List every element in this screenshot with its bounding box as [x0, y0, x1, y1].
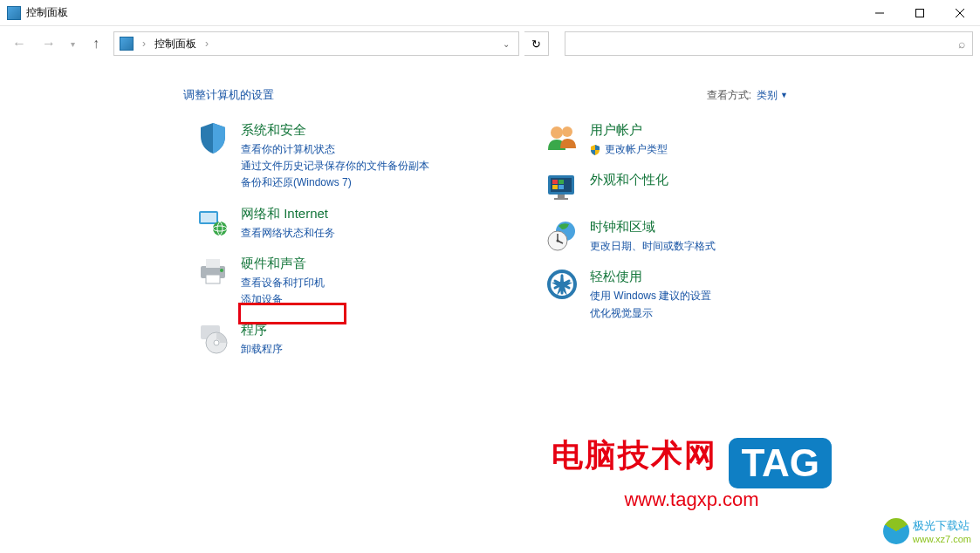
forward-button[interactable]: →	[37, 31, 61, 56]
category-link[interactable]: 优化视觉显示	[590, 305, 711, 322]
watermark-text: 极光下载站	[913, 519, 970, 532]
page-heading: 调整计算机的设置	[183, 87, 274, 103]
svg-point-8	[220, 269, 223, 272]
search-box[interactable]: ⌕	[565, 31, 974, 56]
category-appearance: 外观和个性化	[545, 170, 824, 205]
category-ease-of-access: 轻松使用 使用 Windows 建议的设置 优化视觉显示	[545, 267, 824, 321]
watermark-xz7: 极光下载站 www.xz7.com	[883, 518, 971, 544]
refresh-button[interactable]: ↻	[524, 31, 549, 56]
svg-rect-20	[558, 195, 565, 198]
category-link[interactable]: 通过文件历史记录保存你的文件备份副本	[241, 158, 429, 174]
category-title[interactable]: 程序	[241, 322, 283, 338]
minimize-button[interactable]	[860, 0, 900, 26]
clock-globe-icon	[545, 217, 579, 252]
recent-dropdown[interactable]: ▾	[66, 31, 79, 56]
svg-rect-7	[206, 275, 220, 283]
watermark-url: www.xz7.com	[913, 534, 971, 544]
category-link[interactable]: 使用 Windows 建议的设置	[590, 288, 711, 304]
category-link[interactable]: 备份和还原(Windows 7)	[241, 174, 429, 191]
content-area: 调整计算机的设置 查看方式: 类别 ▼ 系统和安全 查看	[0, 61, 980, 358]
breadcrumb-root[interactable]: 控制面板	[154, 37, 196, 51]
category-title[interactable]: 用户帐户	[590, 122, 668, 139]
category-link[interactable]: 更改日期、时间或数字格式	[590, 238, 716, 255]
titlebar: 控制面板	[0, 0, 980, 26]
control-panel-icon	[7, 6, 21, 20]
category-link[interactable]: 添加设备	[241, 291, 325, 308]
up-button[interactable]: ↑	[84, 31, 108, 56]
watermark-text: 电脑技术网	[552, 437, 717, 473]
category-link[interactable]: 更改帐户类型	[590, 141, 668, 158]
navigation-bar: ← → ▾ ↑ › 控制面板 › ⌄ ↻ ⌕	[0, 26, 980, 61]
back-button[interactable]: ←	[7, 31, 31, 56]
category-title[interactable]: 轻松使用	[590, 269, 711, 285]
svg-point-3	[213, 222, 227, 236]
watermark-tagxp: 电脑技术网 TAG www.tagxp.com	[552, 434, 832, 511]
svg-rect-6	[206, 259, 220, 268]
search-input[interactable]	[572, 38, 959, 50]
chevron-down-icon: ▼	[780, 91, 788, 99]
category-clock-region: 时钟和区域 更改日期、时间或数字格式	[545, 217, 824, 255]
svg-rect-16	[552, 180, 558, 184]
svg-rect-17	[559, 180, 564, 184]
chevron-right-icon[interactable]: ›	[205, 38, 209, 50]
view-by-control: 查看方式: 类别 ▼	[707, 88, 788, 103]
printer-icon	[195, 254, 230, 289]
category-programs: 程序 卸载程序	[195, 320, 475, 358]
view-by-dropdown[interactable]: 类别 ▼	[757, 88, 788, 103]
watermark-url: www.tagxp.com	[552, 488, 832, 511]
close-button[interactable]	[940, 0, 980, 26]
network-icon	[195, 204, 230, 239]
users-icon	[545, 120, 579, 155]
disc-icon	[195, 320, 230, 355]
svg-rect-0	[916, 10, 924, 17]
category-title[interactable]: 硬件和声音	[241, 256, 325, 272]
category-title[interactable]: 系统和安全	[241, 122, 429, 139]
window-title: 控制面板	[26, 5, 68, 20]
control-panel-icon	[120, 37, 134, 51]
svg-rect-18	[552, 185, 558, 189]
uac-shield-icon	[590, 145, 600, 155]
monitor-icon	[545, 170, 579, 205]
category-system-security: 系统和安全 查看你的计算机状态 通过文件历史记录保存你的文件备份副本 备份和还原…	[195, 120, 475, 192]
address-bar[interactable]: › 控制面板 › ⌄	[113, 31, 519, 56]
watermark-tag-badge: TAG	[729, 438, 832, 488]
maximize-button[interactable]	[900, 0, 940, 26]
shield-icon	[195, 120, 230, 155]
address-dropdown[interactable]: ⌄	[499, 39, 513, 49]
category-network: 网络和 Internet 查看网络状态和任务	[195, 204, 475, 242]
svg-point-12	[551, 126, 563, 139]
category-title[interactable]: 时钟和区域	[590, 219, 716, 236]
category-link[interactable]: 查看设备和打印机	[241, 275, 325, 291]
svg-rect-21	[554, 198, 568, 200]
window-controls	[860, 0, 980, 25]
ease-of-access-icon	[545, 267, 579, 302]
category-link[interactable]: 查看网络状态和任务	[241, 225, 335, 242]
svg-rect-19	[559, 185, 564, 189]
category-title[interactable]: 外观和个性化	[590, 172, 668, 188]
svg-point-11	[214, 340, 219, 345]
category-link[interactable]: 查看你的计算机状态	[241, 141, 429, 158]
chevron-right-icon: ›	[142, 38, 146, 50]
category-title[interactable]: 网络和 Internet	[241, 206, 335, 222]
svg-point-13	[562, 126, 572, 137]
watermark-logo-icon	[883, 518, 909, 544]
category-user-accounts: 用户帐户 更改帐户类型	[545, 120, 824, 158]
category-link[interactable]: 卸载程序	[241, 341, 283, 358]
svg-rect-2	[201, 213, 216, 222]
category-hardware: 硬件和声音 查看设备和打印机 添加设备	[195, 254, 475, 308]
svg-point-24	[557, 240, 559, 242]
search-icon[interactable]: ⌕	[958, 37, 965, 51]
view-by-label: 查看方式:	[707, 88, 751, 103]
